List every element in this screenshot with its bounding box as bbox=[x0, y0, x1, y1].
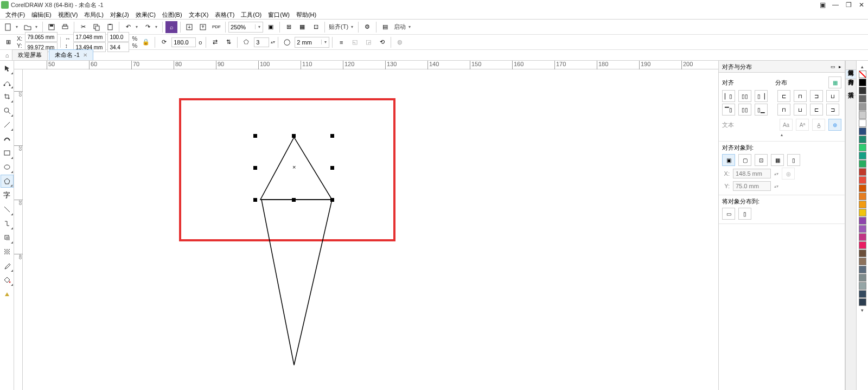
transparency-tool[interactable] bbox=[1, 245, 14, 258]
target-button[interactable]: ▦ bbox=[828, 76, 841, 88]
align-to-point-button[interactable]: ▯ bbox=[787, 154, 800, 166]
open-button[interactable] bbox=[22, 21, 34, 33]
rectangle-tool[interactable] bbox=[1, 146, 14, 159]
menu-table[interactable]: 表格(T) bbox=[212, 10, 238, 20]
color-swatch[interactable] bbox=[859, 144, 866, 151]
dist-hspace-button[interactable]: ⊐ bbox=[810, 90, 823, 102]
close-icon[interactable]: ✕ bbox=[83, 52, 87, 58]
text-anchor-button[interactable]: ⊕ bbox=[828, 119, 841, 131]
color-swatch[interactable] bbox=[859, 298, 866, 306]
smart-fill-tool[interactable] bbox=[1, 287, 14, 301]
dist-vcenter-button[interactable]: ⊔ bbox=[794, 104, 807, 116]
ruler-vertical[interactable]: 10 20 30 40 bbox=[14, 69, 23, 390]
outline-width-combo[interactable]: ▾ bbox=[295, 37, 329, 48]
color-swatch[interactable] bbox=[859, 217, 866, 225]
color-swatch[interactable] bbox=[859, 282, 866, 290]
color-swatch[interactable] bbox=[859, 111, 866, 119]
minimize-button[interactable]: — bbox=[831, 1, 840, 9]
new-dropdown[interactable]: ▾ bbox=[16, 24, 20, 29]
sides-input[interactable] bbox=[254, 37, 269, 47]
drawing-canvas[interactable]: × bbox=[23, 69, 718, 390]
color-swatch[interactable] bbox=[859, 168, 866, 176]
text-b2[interactable]: Aª bbox=[796, 119, 809, 131]
dist-hcenter-button[interactable]: ⊓ bbox=[794, 90, 807, 102]
undo-button[interactable]: ↶ bbox=[122, 21, 134, 33]
dist-bottom-button[interactable]: ⊐ bbox=[826, 104, 839, 116]
eyedropper-tool[interactable] bbox=[1, 259, 14, 272]
snap-dropdown[interactable]: ▾ bbox=[351, 24, 355, 29]
dist-to-page-button[interactable]: ▯ bbox=[738, 208, 751, 220]
fullscreen-button[interactable]: ▣ bbox=[265, 21, 277, 33]
rulers-button[interactable]: ⊞ bbox=[283, 21, 295, 33]
paste-button[interactable] bbox=[104, 21, 116, 33]
color-swatch[interactable] bbox=[859, 241, 866, 249]
help-button[interactable]: ▣ bbox=[818, 1, 827, 9]
align-left-button[interactable]: ▏▯ bbox=[722, 90, 735, 102]
redo-dropdown[interactable]: ▾ bbox=[155, 24, 159, 29]
lock-ratio-button[interactable]: 🔒 bbox=[140, 36, 152, 48]
scale-y-input[interactable] bbox=[107, 42, 129, 52]
menu-text[interactable]: 文本(X) bbox=[186, 10, 212, 20]
color-swatch[interactable] bbox=[859, 250, 866, 257]
launch-icon[interactable]: ▤ bbox=[379, 21, 391, 33]
menu-effects[interactable]: 效果(C) bbox=[132, 10, 159, 20]
align-right-button[interactable]: ▯▕ bbox=[755, 90, 768, 102]
maximize-button[interactable]: ❐ bbox=[844, 1, 853, 9]
color-swatch[interactable] bbox=[859, 95, 866, 103]
x-input[interactable] bbox=[25, 32, 58, 42]
menu-view[interactable]: 视图(V) bbox=[55, 10, 81, 20]
fill-tool[interactable] bbox=[1, 273, 14, 286]
close-button[interactable]: ✕ bbox=[857, 1, 866, 9]
rotation-input[interactable] bbox=[171, 37, 196, 47]
menu-bitmap[interactable]: 位图(B) bbox=[159, 10, 186, 20]
vtab-obj-props[interactable]: 对象属性 bbox=[846, 61, 856, 70]
dist-top-button[interactable]: ⊓ bbox=[777, 104, 790, 116]
launch-dropdown[interactable]: ▾ bbox=[409, 24, 413, 29]
artistic-media-tool[interactable] bbox=[1, 132, 14, 145]
redo-button[interactable]: ↷ bbox=[142, 21, 154, 33]
align-vcenter-button[interactable]: ▯▯ bbox=[738, 104, 751, 116]
drop-shadow-tool[interactable] bbox=[1, 231, 14, 244]
color-swatch[interactable] bbox=[859, 233, 866, 241]
text-b1[interactable]: Aa bbox=[780, 119, 793, 131]
align-to-page-button[interactable]: ▢ bbox=[738, 154, 751, 166]
scale-x-input[interactable] bbox=[107, 32, 129, 42]
color-swatch[interactable] bbox=[859, 258, 866, 265]
save-button[interactable] bbox=[46, 21, 58, 33]
color-swatch[interactable] bbox=[859, 160, 866, 168]
align-y-input[interactable] bbox=[733, 181, 771, 191]
search-button[interactable]: ⌕ bbox=[165, 21, 177, 33]
docker-menu-icon[interactable]: ▭ bbox=[831, 61, 835, 73]
dist-left-button[interactable]: ⊏ bbox=[777, 90, 790, 102]
text-b3[interactable]: A̲ bbox=[812, 119, 825, 131]
zoom-input[interactable] bbox=[229, 22, 255, 32]
color-swatch[interactable] bbox=[859, 184, 866, 192]
width-input[interactable] bbox=[73, 32, 106, 42]
cut-button[interactable]: ✂ bbox=[77, 21, 89, 33]
open-dropdown[interactable]: ▾ bbox=[35, 24, 40, 29]
home-tab-icon[interactable]: ⌂ bbox=[2, 50, 12, 60]
outline-width-dropdown[interactable]: ▾ bbox=[321, 40, 329, 44]
palette-down-icon[interactable]: ▾ bbox=[861, 308, 864, 313]
outline-width-input[interactable] bbox=[295, 37, 321, 47]
dist-vspace-button[interactable]: ⊏ bbox=[810, 104, 823, 116]
mirror-v-button[interactable]: ⇅ bbox=[222, 36, 234, 48]
options-button[interactable]: ⚙ bbox=[361, 21, 373, 33]
menu-tools[interactable]: 工具(O) bbox=[238, 10, 265, 20]
wrap-text-button[interactable]: ≡ bbox=[335, 36, 347, 48]
no-color-swatch[interactable] bbox=[859, 71, 866, 78]
tab-document[interactable]: 未命名 -1✕ bbox=[49, 49, 93, 60]
align-top-button[interactable]: ▔▯ bbox=[722, 104, 735, 116]
menu-layout[interactable]: 布局(L) bbox=[81, 10, 106, 20]
color-swatch[interactable] bbox=[859, 136, 866, 143]
align-x-input[interactable] bbox=[733, 169, 771, 178]
menu-window[interactable]: 窗口(W) bbox=[265, 10, 293, 20]
parallel-dim-tool[interactable] bbox=[1, 203, 14, 216]
color-swatch[interactable] bbox=[859, 201, 866, 208]
menu-edit[interactable]: 编辑(E) bbox=[28, 10, 55, 20]
vtab-align[interactable]: 对齐与分布 bbox=[846, 70, 856, 79]
grid-button[interactable]: ▦ bbox=[296, 21, 308, 33]
print-button[interactable] bbox=[59, 21, 71, 33]
connector-tool[interactable] bbox=[1, 217, 14, 230]
front-button[interactable]: ◱ bbox=[349, 36, 361, 48]
